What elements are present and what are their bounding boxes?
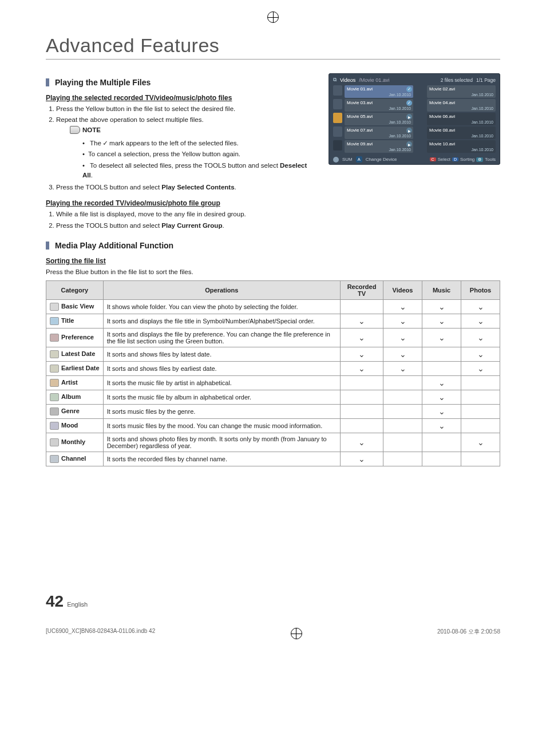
chevron-down-icon: ⌄ [438, 333, 445, 342]
chevron-down-icon: ⌄ [477, 350, 484, 359]
scr-col-gap [416, 99, 425, 112]
note-bullet-1: The ✓ mark appears to the left of the se… [82, 137, 317, 149]
cell-pho: ⌄ [461, 328, 500, 347]
scr-file-item: Movie 05.aviJan.10.2010▶ [345, 113, 413, 125]
cell-mus [422, 452, 461, 466]
table-row: Basic ViewIt shows whole folder. You can… [46, 300, 500, 314]
cell-vid: ⌄ [383, 328, 422, 347]
chevron-down-icon: ⌄ [399, 316, 406, 326]
cell-operation: It sorts the music file by album in alph… [103, 390, 340, 405]
table-row: ArtistIt sorts the music file by artist … [46, 376, 500, 390]
cell-vid [383, 452, 422, 466]
cell-rec [341, 405, 383, 419]
sub-sorting: Sorting the file list [46, 257, 500, 265]
scr-file-name: Movie 06.avi [429, 114, 493, 119]
scr-file-name: Movie 05.avi [347, 114, 411, 119]
scr-file-date: Jan.10.2010 [429, 148, 493, 152]
section1-heading-text: Playing the Multiple Files [55, 78, 151, 87]
page-footer: 42 English [46, 592, 500, 611]
cell-vid [383, 390, 422, 405]
table-row: Earliest DateIt sorts and shows files by… [46, 362, 500, 376]
page-title: Advanced Features [46, 34, 500, 60]
crop-target-icon-bottom [291, 628, 302, 639]
scr-file-date: Jan.10.2010 [347, 134, 411, 138]
date-icon [50, 365, 59, 373]
grp-step-1: While a file list is displayed, move to … [56, 209, 317, 219]
cell-category: Channel [46, 452, 104, 466]
th-operations: Operations [103, 281, 340, 300]
scr-file-item: Movie 02.aviJan.10.2010 [427, 85, 496, 98]
category-name: Mood [61, 422, 78, 429]
cell-pho [461, 452, 500, 466]
scr-file-date: Jan.10.2010 [347, 93, 411, 97]
scr-col-gap [416, 140, 425, 153]
scr-check-icon: ✓ [406, 100, 412, 106]
sorting-table: Category Operations Recorded TV Videos M… [46, 280, 500, 466]
channel-icon [50, 455, 59, 463]
scr-file-name: Movie 04.avi [429, 100, 493, 105]
cell-pho: ⌄ [461, 300, 500, 314]
scr-file-date: Jan.10.2010 [347, 106, 411, 110]
chevron-down-icon: ⌄ [438, 407, 445, 416]
note-hand-icon [70, 126, 80, 134]
cell-operation: It sorts and shows photo files by month.… [103, 433, 340, 452]
scr-tools-icon: ⚙ [476, 157, 483, 162]
scr-key-c: C [430, 157, 436, 161]
scr-sum: SUM [342, 157, 353, 162]
th-music: Music [422, 281, 461, 300]
scr-selected-count: 2 files selected [441, 77, 473, 83]
cell-operation: It sorts and shows files by latest date. [103, 347, 340, 362]
table-row: AlbumIt sorts the music file by album in… [46, 390, 500, 405]
sorting-intro: Press the Blue button in the file list t… [46, 267, 500, 277]
date-icon [50, 350, 59, 358]
cell-vid: ⌄ [383, 314, 422, 328]
print-meta: [UC6900_XC]BN68-02843A-01L06.indb 42 201… [46, 628, 500, 639]
artist-icon [50, 379, 59, 387]
table-row: PreferenceIt sorts and displays the file… [46, 328, 500, 347]
cell-rec: ⌄ [341, 328, 383, 347]
sub-playing-group: Playing the recorded TV/video/music/phot… [46, 199, 317, 207]
scr-file-item: Movie 06.aviJan.10.2010 [427, 113, 496, 125]
chevron-down-icon: ⌄ [358, 316, 365, 326]
chevron-down-icon: ⌄ [438, 421, 445, 430]
scr-side-icon [333, 140, 342, 151]
pref-icon [50, 334, 59, 342]
steps-list-1: Press the Yellow button in the file list… [46, 104, 317, 192]
cell-mus [422, 433, 461, 452]
scr-select-label: Select [438, 157, 450, 162]
category-name: Monthly [61, 438, 85, 445]
cell-category: Earliest Date [46, 362, 104, 376]
device-icon [333, 157, 339, 163]
category-name: Channel [61, 455, 86, 462]
cell-mus [422, 347, 461, 362]
th-photos: Photos [461, 281, 500, 300]
scr-file-grid: Movie 01.aviJan.10.2010✓Movie 02.aviJan.… [333, 85, 496, 153]
cell-vid [383, 419, 422, 433]
cell-pho [461, 390, 500, 405]
scr-side-icon [333, 99, 342, 109]
scr-file-date: Jan.10.2010 [347, 120, 411, 124]
print-file-name: [UC6900_XC]BN68-02843A-01L06.indb 42 [46, 628, 155, 639]
cell-category: Basic View [46, 300, 104, 314]
cell-rec [341, 419, 383, 433]
chevron-down-icon: ⌄ [358, 364, 365, 373]
category-name: Preference [61, 334, 94, 341]
cell-pho: ⌄ [461, 362, 500, 376]
mood-icon [50, 422, 59, 430]
cell-operation: It sorts the recorded files by channel n… [103, 452, 340, 466]
scr-page-indicator: 1/1 Page [476, 77, 496, 83]
chevron-down-icon: ⌄ [438, 316, 445, 326]
scr-side-icon [333, 113, 342, 123]
steps-list-2: While a file list is displayed, move to … [46, 209, 317, 231]
step-2: Repeat the above operation to select mul… [56, 115, 317, 180]
cell-pho [461, 376, 500, 390]
category-name: Album [61, 393, 81, 400]
cell-operation: It sorts music files by the genre. [103, 405, 340, 419]
cell-category: Mood [46, 419, 104, 433]
scr-play-icon: ▶ [406, 128, 412, 133]
scr-file-name: Movie 08.avi [429, 128, 493, 133]
chevron-down-icon: ⌄ [477, 316, 484, 326]
scr-play-icon: ▶ [406, 114, 412, 120]
page-content: Advanced Features Playing the Multiple F… [0, 0, 546, 662]
cell-rec: ⌄ [341, 433, 383, 452]
